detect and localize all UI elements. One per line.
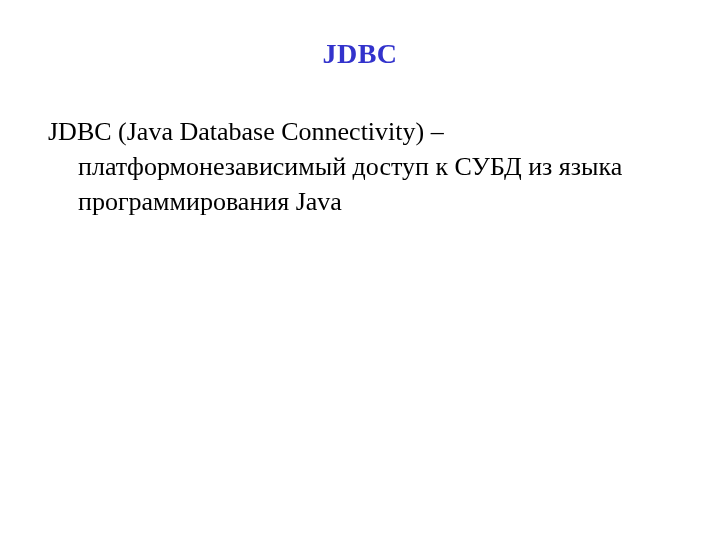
slide-container: JDBC JDBC (Java Database Connectivity) –… bbox=[0, 0, 720, 540]
slide-body-text: JDBC (Java Database Connectivity) – плат… bbox=[78, 114, 672, 219]
slide-title: JDBC bbox=[48, 38, 672, 70]
